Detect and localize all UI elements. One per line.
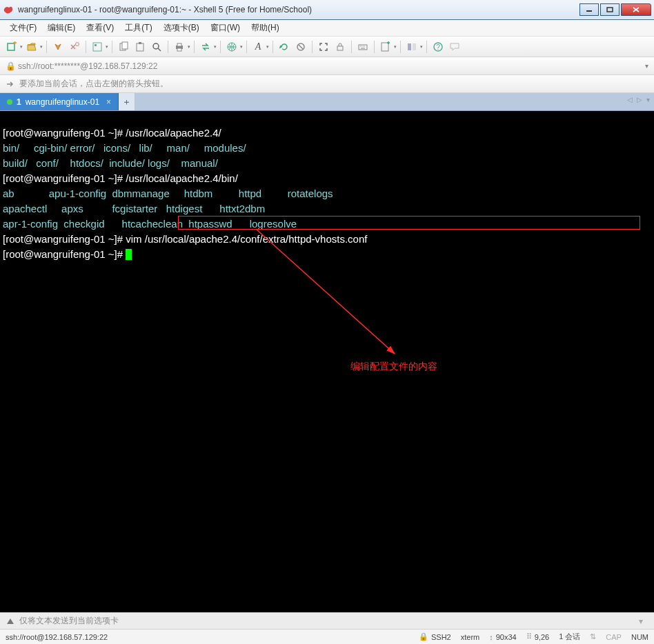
new-session-icon[interactable] <box>4 39 19 54</box>
maximize-button[interactable] <box>600 3 620 16</box>
lock-icon: 🔒 <box>419 632 428 641</box>
svg-rect-8 <box>137 43 143 51</box>
status-sessions: 1 会话 <box>559 632 580 642</box>
terminal-line: apachectl apxs fcgistarter htdigest httx… <box>3 203 265 214</box>
open-icon[interactable] <box>24 39 39 54</box>
compose-icon[interactable] <box>378 39 393 54</box>
status-connection: ssh://root@192.168.57.129:22 <box>6 633 108 641</box>
svg-rect-2 <box>8 43 14 50</box>
copy-icon[interactable] <box>116 39 131 54</box>
size-icon: ↕ <box>489 633 493 641</box>
terminal-line: ab apu-1-config dbmmanage htdbm httpd ro… <box>3 188 333 199</box>
svg-rect-16 <box>337 46 343 50</box>
lock-icon[interactable] <box>333 39 348 54</box>
svg-rect-17 <box>359 45 367 50</box>
annotation-label: 编辑配置文件的内容 <box>350 359 437 373</box>
session-tab[interactable]: 1 wangruifenglinux-01 × <box>0 93 119 110</box>
stop-icon[interactable] <box>293 39 308 54</box>
help-icon[interactable]: ? <box>430 39 446 54</box>
svg-rect-1 <box>607 8 613 12</box>
minimize-button[interactable] <box>579 3 599 16</box>
annotation-arrow <box>257 230 422 368</box>
tab-menu-icon[interactable]: ▾ <box>646 96 650 103</box>
highlight-box <box>178 216 640 230</box>
keyboard-icon[interactable] <box>355 39 370 54</box>
menu-tools[interactable]: 工具(T) <box>119 21 157 35</box>
caret-icon[interactable]: ▾ <box>188 44 190 49</box>
layout-icon[interactable] <box>404 39 419 54</box>
find-icon[interactable] <box>149 39 164 54</box>
svg-rect-18 <box>382 43 388 51</box>
arrow-add-icon[interactable] <box>6 79 15 89</box>
caret-icon[interactable]: ▾ <box>394 44 397 49</box>
info-text: 要添加当前会话，点击左侧的箭头按钮。 <box>19 78 168 90</box>
svg-rect-4 <box>93 43 101 51</box>
terminal-line: build/ conf/ htdocs/ include/ logs/ manu… <box>3 157 218 169</box>
svg-line-23 <box>257 230 395 354</box>
caret-icon[interactable]: ▾ <box>20 44 23 49</box>
status-up-down-icon: ⇅ <box>590 632 596 641</box>
svg-text:?: ? <box>436 43 440 51</box>
status-term: xterm <box>461 633 480 641</box>
send-toggle-icon[interactable] <box>4 615 17 627</box>
print-icon[interactable] <box>172 39 187 54</box>
caret-icon[interactable]: ▾ <box>106 44 108 49</box>
caret-icon[interactable]: ▾ <box>240 44 243 49</box>
svg-rect-13 <box>177 48 181 51</box>
caret-icon[interactable]: ▾ <box>214 44 217 49</box>
menu-bar: 文件(F) 编辑(E) 查看(V) 工具(T) 选项卡(B) 窗口(W) 帮助(… <box>0 20 654 37</box>
menu-edit[interactable]: 编辑(E) <box>42 21 81 35</box>
caret-icon[interactable]: ▾ <box>266 44 269 49</box>
new-tab-button[interactable]: ＋ <box>119 93 135 110</box>
fullscreen-icon[interactable] <box>316 39 331 54</box>
menu-view[interactable]: 查看(V) <box>81 21 119 35</box>
caret-icon[interactable]: ▾ <box>420 44 423 49</box>
send-menu-icon[interactable]: ▾ <box>635 615 647 627</box>
menu-file[interactable]: 文件(F) <box>4 21 42 35</box>
menu-help[interactable]: 帮助(H) <box>246 21 285 35</box>
terminal[interactable]: [root@wangruifeng-01 ~]# /usr/local/apac… <box>0 111 654 612</box>
close-button[interactable] <box>621 3 651 16</box>
toolbar: ▾ ▾ ▾ ▾ ▾ ▾ A ▾ ▾ ▾ ? <box>0 37 654 57</box>
pos-icon: ⠿ <box>526 632 532 641</box>
globe-icon[interactable] <box>224 39 239 54</box>
terminal-line: [root@wangruifeng-01 ~]# /usr/local/apac… <box>3 172 238 184</box>
transfer-icon[interactable] <box>198 39 213 54</box>
svg-rect-5 <box>95 44 97 46</box>
status-cap: CAP <box>606 633 622 641</box>
terminal-line: [root@wangruifeng-01 ~]# /usr/local/apac… <box>3 127 221 139</box>
title-bar: wangruifenglinux-01 - root@wangruifeng-0… <box>0 0 654 20</box>
tab-label: wangruifenglinux-01 <box>26 97 99 107</box>
send-input-placeholder[interactable]: 仅将文本发送到当前选项卡 <box>19 615 635 627</box>
status-dot-icon <box>7 99 12 105</box>
cursor <box>126 249 132 260</box>
tab-prev-icon[interactable]: ◁ <box>627 96 633 103</box>
refresh-icon[interactable] <box>277 39 292 54</box>
address-caret-icon[interactable]: ▾ <box>645 62 648 70</box>
paste-icon[interactable] <box>132 39 148 54</box>
terminal-line: bin/ cgi-bin/ error/ icons/ lib/ man/ mo… <box>3 142 246 154</box>
status-size: ↕90x34 <box>489 633 516 641</box>
svg-rect-0 <box>586 10 592 12</box>
font-icon[interactable]: A <box>250 39 266 54</box>
svg-rect-20 <box>413 43 416 50</box>
tab-bar: 1 wangruifenglinux-01 × ＋ ◁ ▷ ▾ <box>0 93 654 111</box>
send-bar: 仅将文本发送到当前选项卡 ▾ <box>0 612 654 629</box>
disconnect-icon[interactable] <box>67 39 82 54</box>
svg-rect-19 <box>408 43 411 50</box>
menu-window[interactable]: 窗口(W) <box>205 21 246 35</box>
reconnect-icon[interactable] <box>50 39 66 54</box>
tab-close-icon[interactable]: × <box>106 97 111 107</box>
chat-icon[interactable] <box>447 39 462 54</box>
svg-rect-12 <box>177 43 181 46</box>
properties-icon[interactable] <box>90 39 105 54</box>
svg-point-3 <box>76 42 79 46</box>
svg-rect-9 <box>139 42 141 44</box>
svg-point-10 <box>153 43 159 49</box>
window-title: wangruifenglinux-01 - root@wangruifeng-0… <box>18 5 578 14</box>
tab-next-icon[interactable]: ▷ <box>637 96 642 103</box>
menu-tabs[interactable]: 选项卡(B) <box>158 21 205 35</box>
status-num: NUM <box>631 633 648 641</box>
caret-icon[interactable]: ▾ <box>40 44 43 49</box>
address-bar[interactable]: 🔒 ssh://root:********@192.168.57.129:22 … <box>0 57 654 75</box>
